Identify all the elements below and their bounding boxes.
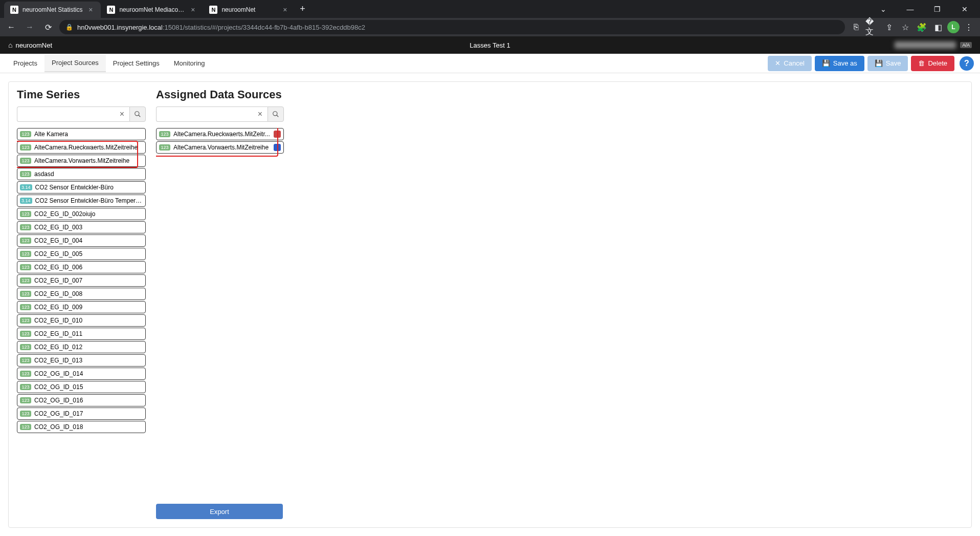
reload-button[interactable]: ⟳ [41, 20, 55, 34]
user-info [895, 41, 956, 49]
time-series-item[interactable]: 123 CO2_EG_ID_002oiujo [17, 208, 146, 220]
item-label: CO2_EG_ID_009 [34, 304, 143, 311]
type-badge: 123 [20, 251, 31, 257]
bookmark-icon[interactable]: ☆ [898, 20, 912, 34]
back-button[interactable]: ← [4, 20, 18, 34]
toolbar: ProjectsProject SourcesProject SettingsM… [0, 54, 980, 73]
sidebar-icon[interactable]: ◧ [931, 20, 945, 34]
type-badge: 123 [20, 291, 31, 297]
extensions-icon[interactable]: 🧩 [915, 20, 929, 34]
assigned-list[interactable]: 123 AlteCamera.Rueckwaerts.MitZeitr... 1… [156, 128, 284, 159]
tab-close-icon[interactable]: × [86, 6, 95, 14]
item-label: AlteCamera.Rueckwaerts.MitZeitr... [173, 131, 271, 138]
tab-title: neuroomNet Statistics [23, 6, 82, 13]
type-badge: 123 [20, 171, 31, 177]
tab-bar: N neuroomNet Statistics × N neuroomNet M… [0, 0, 980, 18]
item-label: CO2_OG_ID_014 [34, 370, 143, 377]
time-series-item[interactable]: 123 CO2_EG_ID_011 [17, 328, 146, 340]
save-icon: 💾 [822, 59, 830, 67]
forward-button[interactable]: → [23, 20, 37, 34]
browser-tab[interactable]: N neuroomNet Statistics × [4, 2, 101, 18]
tab-close-icon[interactable]: × [189, 6, 197, 14]
type-badge: 123 [20, 411, 31, 417]
assigned-search-button[interactable] [268, 106, 284, 122]
time-series-item[interactable]: 123 CO2_EG_ID_005 [17, 248, 146, 260]
item-label: CO2_OG_ID_015 [34, 383, 143, 391]
assigned-item[interactable]: 123 AlteCamera.Vorwaerts.MitZeitreihe [156, 141, 284, 154]
home-icon: ⌂ [8, 41, 12, 49]
item-label: CO2 Sensor Entwickler-Büro Tempera... [35, 197, 143, 204]
save-button[interactable]: 💾 Save [867, 56, 908, 71]
toolbar-tab[interactable]: Project Sources [44, 55, 106, 72]
color-chip[interactable] [274, 131, 281, 138]
type-badge: 123 [20, 397, 31, 403]
time-series-item[interactable]: 123 CO2_EG_ID_012 [17, 341, 146, 353]
type-badge: 123 [20, 158, 31, 164]
cancel-button[interactable]: ✕ Cancel [768, 56, 811, 71]
time-series-item[interactable]: 123 CO2_EG_ID_007 [17, 274, 146, 287]
time-series-item[interactable]: 123 CO2_EG_ID_013 [17, 354, 146, 367]
time-series-item[interactable]: 123 CO2_EG_ID_004 [17, 234, 146, 247]
item-label: AlteCamera.Rueckwaerts.MitZeitreihe [34, 144, 143, 151]
assigned-search-input[interactable] [160, 111, 256, 118]
menu-icon[interactable]: ⋮ [962, 20, 976, 34]
time-series-item[interactable]: 123 AlteCamera.Rueckwaerts.MitZeitreihe [17, 141, 146, 154]
time-series-list[interactable]: 123 Alte Kamera 123 AlteCamera.Rueckwaer… [17, 128, 146, 519]
new-tab-button[interactable]: + [295, 2, 309, 16]
dropdown-icon[interactable]: ⌄ [872, 2, 895, 17]
install-icon[interactable]: ⎘ [849, 20, 863, 34]
time-series-item[interactable]: 123 CO2_EG_ID_010 [17, 314, 146, 327]
time-series-item[interactable]: 123 CO2_OG_ID_014 [17, 368, 146, 380]
maximize-button[interactable]: ❐ [926, 2, 949, 17]
toolbar-tab[interactable]: Monitoring [167, 55, 212, 72]
time-series-item[interactable]: 3.14 CO2 Sensor Entwickler-Büro [17, 181, 146, 194]
translate-icon[interactable]: �文 [865, 20, 880, 34]
tab-close-icon[interactable]: × [281, 6, 289, 14]
time-series-item[interactable]: 123 CO2_OG_ID_016 [17, 394, 146, 406]
browser-tab[interactable]: N neuroomNet Mediacontrol × [101, 2, 203, 18]
save-as-button[interactable]: 💾 Save as [815, 56, 864, 71]
type-badge: 123 [20, 144, 31, 151]
time-series-item[interactable]: 123 CO2_OG_ID_017 [17, 408, 146, 420]
time-series-item[interactable]: 123 asdasd [17, 168, 146, 180]
profile-avatar[interactable]: L [947, 21, 960, 33]
clear-search-icon[interactable]: × [256, 110, 264, 119]
time-series-item[interactable]: 123 AlteCamera.Vorwaerts.MitZeitreihe [17, 155, 146, 167]
tab-favicon: N [209, 6, 217, 14]
time-series-item[interactable]: 123 CO2_EG_ID_006 [17, 261, 146, 273]
time-series-item[interactable]: 123 CO2_OG_ID_015 [17, 381, 146, 393]
help-button[interactable]: ? [960, 56, 974, 71]
time-series-item[interactable]: 123 Alte Kamera [17, 128, 146, 140]
url-box[interactable]: 🔒 hn0vweb001.insynergie.local:15081/stat… [59, 20, 845, 34]
color-chip[interactable] [274, 144, 281, 151]
time-series-item[interactable]: 123 CO2_EG_ID_003 [17, 221, 146, 233]
time-series-search-button[interactable] [129, 106, 146, 122]
minimize-button[interactable]: — [899, 2, 922, 17]
time-series-item[interactable]: 3.14 CO2 Sensor Entwickler-Büro Tempera.… [17, 195, 146, 207]
lang-badge[interactable]: A/A [960, 42, 972, 48]
item-label: AlteCamera.Vorwaerts.MitZeitreihe [34, 157, 143, 164]
time-series-search-input[interactable] [20, 111, 118, 118]
clear-search-icon[interactable]: × [118, 110, 126, 119]
time-series-item[interactable]: 123 CO2_EG_ID_009 [17, 301, 146, 313]
time-series-panel: Time Series × 123 Alte Kamera 123 AlteCa… [17, 88, 146, 519]
delete-button[interactable]: 🗑 Delete [911, 56, 954, 71]
type-badge: 123 [20, 211, 31, 217]
toolbar-tab[interactable]: Project Settings [106, 55, 167, 72]
url-text: hn0vweb001.insynergie.local:15081/statis… [77, 24, 839, 31]
svg-line-1 [139, 115, 141, 117]
type-badge: 123 [20, 424, 31, 430]
type-badge: 123 [20, 304, 31, 310]
time-series-item[interactable]: 123 CO2_OG_ID_018 [17, 421, 146, 433]
export-button[interactable]: Export [156, 504, 283, 519]
share-icon[interactable]: ⇪ [882, 20, 896, 34]
assigned-item[interactable]: 123 AlteCamera.Rueckwaerts.MitZeitr... [156, 128, 284, 140]
tab-favicon: N [10, 6, 18, 14]
close-window-button[interactable]: ✕ [953, 2, 976, 17]
home-link[interactable]: ⌂ neuroomNet [8, 41, 52, 49]
toolbar-tab[interactable]: Projects [6, 55, 44, 72]
assigned-sources-panel: Assigned Data Sources × 123 AlteCamera.R… [156, 88, 284, 519]
browser-tab[interactable]: N neuroomNet × [203, 2, 295, 18]
item-label: CO2_OG_ID_016 [34, 397, 143, 404]
time-series-item[interactable]: 123 CO2_EG_ID_008 [17, 288, 146, 300]
